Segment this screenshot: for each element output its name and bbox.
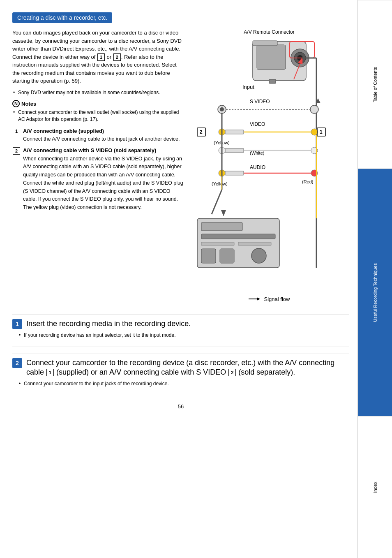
- item-2-num: 2: [12, 147, 21, 155]
- sidebar-tab-index[interactable]: Index: [358, 416, 392, 558]
- step-1: 1 Insert the recording media in the reco…: [12, 319, 349, 347]
- item-1-text: A/V connecting cable (supplied) Connect …: [23, 127, 180, 143]
- step-1-num: 1: [12, 319, 22, 329]
- svg-text:(Yellow): (Yellow): [212, 181, 228, 186]
- intro-bullets: Sony DVD writer may not be available in …: [12, 89, 185, 96]
- page-container: Creating a disc with a recorder, etc. Yo…: [0, 0, 392, 558]
- page-number: 56: [12, 403, 349, 414]
- svg-marker-49: [221, 210, 226, 216]
- inline-num2: 2: [113, 53, 121, 61]
- notes-list: Connect your camcorder to the wall outle…: [12, 109, 185, 123]
- svg-rect-14: [201, 242, 234, 245]
- intro-text: You can dub images played back on your c…: [12, 29, 185, 85]
- section-title: Creating a disc with a recorder, etc.: [12, 12, 112, 23]
- svg-rect-5: [253, 41, 277, 46]
- sidebar-tab-toc[interactable]: Table of Contents: [358, 0, 392, 169]
- svg-point-22: [310, 105, 318, 113]
- divider-2: [12, 354, 349, 354]
- step-2-bullet-1: Connect your camcorder to the input jack…: [18, 380, 349, 387]
- sidebar-tab-useful[interactable]: Useful Recording Techniques: [358, 169, 392, 416]
- step-1-bullet-1: If your recording device has an input se…: [18, 331, 349, 339]
- signal-flow-label: Signal flow: [264, 296, 290, 302]
- item-1-num: 1: [12, 128, 21, 135]
- svg-point-30: [311, 129, 318, 135]
- signal-flow-arrow: [249, 296, 261, 301]
- signal-flow: Signal flow: [249, 296, 290, 302]
- item-1-desc: Connect the A/V connecting cable to the …: [23, 136, 180, 142]
- step-2-bullets: Connect your camcorder to the input jack…: [12, 380, 349, 387]
- svg-text:(Red): (Red): [302, 179, 314, 184]
- notes-label: Notes: [21, 101, 36, 107]
- inline-num1: 1: [97, 53, 105, 61]
- svg-text:1: 1: [320, 129, 323, 135]
- step-2-header: 2 Connect your camcorder to the recordin…: [12, 358, 349, 377]
- svg-text:2: 2: [200, 129, 203, 135]
- notes-icon: N: [12, 100, 20, 107]
- divider-1: [12, 315, 349, 315]
- intro-bullet-1: Sony DVD writer may not be available in …: [12, 89, 185, 96]
- step-2-inline-1: 1: [46, 369, 54, 376]
- steps-section: 1 Insert the recording media in the reco…: [12, 319, 349, 395]
- svg-rect-28: [225, 130, 244, 134]
- right-column: A/V Remote Connector: [189, 29, 349, 306]
- svg-text:VIDEO: VIDEO: [250, 121, 265, 127]
- item-2: 2 A/V connecting cable with S VIDEO (sol…: [12, 146, 185, 211]
- svg-line-47: [212, 190, 222, 214]
- svg-rect-16: [201, 249, 216, 263]
- svg-rect-35: [225, 148, 244, 153]
- step-1-bullets: If your recording device has an input se…: [12, 331, 349, 339]
- step-1-title: Insert the recording media in the record…: [26, 319, 349, 329]
- svg-text:AUDIO: AUDIO: [250, 164, 265, 170]
- diagram: Input S VIDEO VIDEO: [189, 37, 349, 294]
- item-2-desc: When connecting to another device via th…: [23, 156, 183, 211]
- svg-point-21: [220, 107, 224, 111]
- step-2: 2 Connect your camcorder to the recordin…: [12, 358, 349, 395]
- top-section: You can dub images played back on your c…: [12, 29, 349, 306]
- item-1-title: A/V connecting cable (supplied): [23, 128, 104, 134]
- svg-text:(White): (White): [250, 150, 264, 155]
- step-2-inline-2: 2: [228, 369, 236, 376]
- svg-rect-6: [269, 79, 276, 83]
- svg-rect-1: [257, 45, 286, 69]
- right-sidebar: Table of Contents Useful Recording Techn…: [357, 0, 392, 558]
- notes-header: N Notes: [12, 100, 36, 107]
- left-column: You can dub images played back on your c…: [12, 29, 185, 306]
- av-remote-label: A/V Remote Connector: [244, 29, 294, 36]
- svg-rect-41: [225, 171, 244, 175]
- input-label: Input: [242, 84, 254, 90]
- svg-rect-12: [201, 222, 242, 231]
- step-2-num: 2: [12, 358, 22, 368]
- step-1-header: 1 Insert the recording media in the reco…: [12, 319, 349, 329]
- item-2-title: A/V connecting cable with S VIDEO (sold …: [23, 147, 156, 153]
- main-content: Creating a disc with a recorder, etc. Yo…: [0, 0, 357, 558]
- step-2-title: Connect your camcorder to the recording …: [26, 358, 349, 377]
- svg-rect-15: [238, 242, 271, 245]
- svg-rect-13: [201, 234, 275, 239]
- notes-section: N Notes Connect your camcorder to the wa…: [12, 100, 185, 123]
- item-2-text: A/V connecting cable with S VIDEO (sold …: [23, 146, 185, 211]
- svg-rect-17: [220, 249, 234, 263]
- svg-text:S VIDEO: S VIDEO: [250, 99, 270, 104]
- svg-point-18: [251, 248, 266, 263]
- item-1: 1 A/V connecting cable (supplied) Connec…: [12, 127, 185, 143]
- note-item-1: Connect your camcorder to the wall outle…: [12, 109, 185, 123]
